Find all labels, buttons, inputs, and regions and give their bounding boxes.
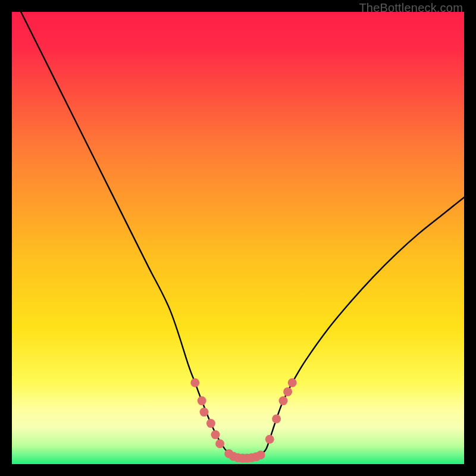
data-marker bbox=[206, 419, 215, 428]
chart-frame: TheBottleneck.com bbox=[0, 0, 476, 476]
data-marker bbox=[288, 378, 297, 387]
data-marker bbox=[265, 435, 274, 444]
chart-svg bbox=[12, 12, 464, 464]
data-marker bbox=[272, 415, 281, 424]
data-marker bbox=[198, 396, 206, 405]
data-marker bbox=[283, 387, 292, 396]
data-marker bbox=[215, 439, 224, 448]
data-marker bbox=[256, 450, 265, 459]
data-marker bbox=[211, 430, 220, 439]
data-marker bbox=[200, 408, 209, 416]
attribution-label: TheBottleneck.com bbox=[359, 1, 463, 15]
data-marker bbox=[279, 396, 288, 405]
chart-plot-area bbox=[12, 12, 464, 464]
data-marker bbox=[190, 378, 199, 387]
chart-background bbox=[12, 12, 464, 464]
